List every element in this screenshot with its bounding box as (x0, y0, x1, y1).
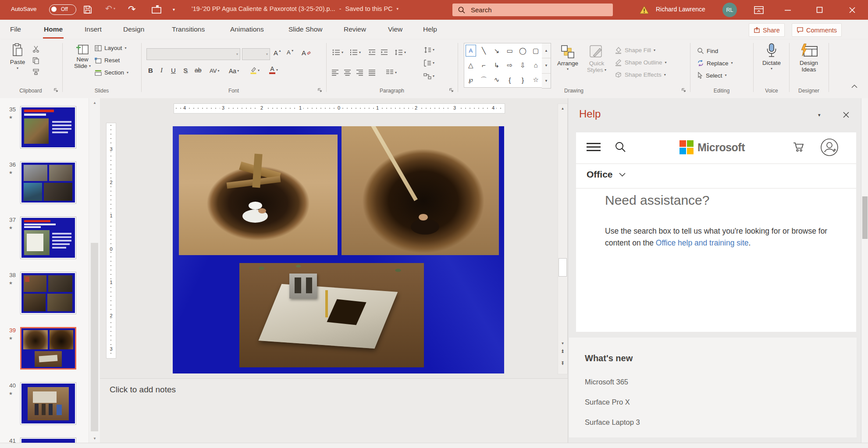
tab-insert[interactable]: Insert (82, 20, 104, 39)
tab-animations[interactable]: Animations (228, 20, 266, 39)
select-button[interactable]: Select ▾ (697, 72, 727, 79)
align-right-button[interactable] (356, 69, 363, 76)
account-button[interactable] (820, 138, 839, 157)
scroll-up-arrow-icon[interactable]: ▲ (89, 98, 100, 107)
grow-font-button[interactable]: A ▲ (274, 49, 281, 57)
gallery-more-icon[interactable]: ▼ (542, 74, 551, 88)
shape-block-arrow-right[interactable]: ⇨ (503, 58, 516, 72)
whats-new-item-surface-laptop-3[interactable]: Surface Laptop 3 (585, 418, 640, 427)
user-name[interactable]: Richard Lawrence (656, 6, 705, 13)
start-from-beginning-button[interactable] (151, 4, 162, 15)
microsoft-logo[interactable]: Microsoft (679, 140, 745, 154)
increase-indent-button[interactable] (381, 49, 388, 56)
shape-star[interactable]: ☆ (529, 73, 542, 87)
align-left-button[interactable] (331, 69, 339, 76)
notes-area[interactable]: Click to add notes (100, 378, 568, 443)
copy-button[interactable] (32, 57, 39, 64)
hamburger-menu-button[interactable] (587, 142, 601, 153)
save-button[interactable] (82, 4, 93, 15)
bold-button[interactable]: B (148, 67, 153, 74)
shape-freeform[interactable]: ⌂ (529, 58, 542, 72)
align-text-button[interactable]: ▾ (423, 60, 434, 67)
find-button[interactable]: Find (697, 47, 718, 54)
justify-button[interactable] (368, 69, 376, 76)
format-painter-button[interactable] (32, 68, 39, 75)
undo-button[interactable]: ↶ ▾ (105, 4, 115, 13)
shape-line[interactable]: ╲ (477, 43, 491, 58)
share-button[interactable]: Share (749, 23, 785, 37)
bullets-button[interactable]: ▾ (332, 49, 343, 56)
tab-transitions[interactable]: Transitions (170, 20, 207, 39)
slide-thumbnail-36[interactable] (20, 161, 76, 204)
text-direction-button[interactable]: ▾ (423, 46, 434, 53)
tab-slide-show[interactable]: Slide Show (286, 20, 325, 39)
shape-curve[interactable]: ∿ (490, 73, 503, 87)
font-name-combo[interactable]: ▾ (146, 48, 240, 60)
ribbon-display-options-button[interactable] (745, 0, 772, 20)
sync-warning-button[interactable] (639, 5, 649, 14)
replace-button[interactable]: Replace ▾ (697, 60, 733, 67)
shrink-font-button[interactable]: A ▼ (287, 49, 294, 56)
section-button[interactable]: Section ▾ (95, 69, 128, 76)
clear-formatting-button[interactable]: A (302, 49, 311, 57)
minimize-button[interactable] (774, 0, 801, 20)
close-button[interactable] (836, 0, 868, 20)
shape-rounded-rectangle[interactable]: ▢ (529, 43, 542, 58)
maximize-button[interactable] (806, 0, 833, 20)
arrange-button[interactable]: Arrange ▾ (554, 45, 581, 71)
shape-elbow-arrow[interactable]: ↳ (490, 58, 503, 72)
whats-new-item-microsoft-365[interactable]: Microsoft 365 (585, 378, 628, 386)
vertical-ruler[interactable]: 3 2 1 0 1 2 3 (106, 123, 116, 359)
reset-button[interactable]: Reset (95, 57, 120, 64)
change-case-button[interactable]: Aa ▾ (229, 68, 239, 75)
underline-button[interactable]: U (171, 67, 176, 74)
line-spacing-button[interactable]: ▾ (395, 49, 406, 56)
help-pane-close-icon[interactable] (843, 111, 850, 118)
autosave-toggle[interactable]: Off (49, 4, 76, 15)
comments-button[interactable]: Comments (792, 23, 842, 37)
shape-fill-button[interactable]: Shape Fill ▾ (615, 46, 655, 54)
scroll-down-arrow-icon[interactable]: ▼ (89, 434, 100, 443)
font-size-combo[interactable]: ▾ (242, 48, 270, 60)
layout-button[interactable]: Layout ▾ (95, 45, 127, 51)
align-center-button[interactable] (344, 69, 351, 76)
scrollbar-thumb[interactable] (559, 258, 567, 277)
office-help-link[interactable]: Office help and training site (656, 238, 749, 247)
italic-button[interactable]: I (160, 67, 163, 74)
avatar[interactable]: RL (722, 3, 737, 17)
help-search-button[interactable] (615, 141, 626, 153)
previous-slide-button[interactable]: ▲▲ (558, 349, 567, 353)
redo-button[interactable]: ↷ (128, 4, 136, 14)
tab-file[interactable]: File (8, 20, 23, 39)
shape-oval[interactable]: ◯ (516, 43, 530, 58)
gallery-scroll-down-icon[interactable]: ▼ (542, 58, 551, 73)
cart-button[interactable] (793, 141, 805, 153)
photo-round-pit[interactable] (179, 135, 338, 255)
new-slide-button[interactable]: New Slide▾ (69, 43, 96, 69)
drawing-dialog-launcher-icon[interactable] (681, 88, 686, 92)
shape-outline-button[interactable]: Shape Outline ▾ (615, 59, 667, 66)
font-color-button[interactable]: A ▾ (269, 66, 278, 74)
shape-left-brace[interactable]: { (503, 73, 516, 87)
shape-arrow-line[interactable]: ↘ (490, 43, 503, 58)
save-status[interactable]: Saved to this PC (345, 5, 393, 12)
shape-rectangle[interactable]: ▭ (503, 43, 516, 58)
font-dialog-launcher-icon[interactable] (317, 88, 322, 92)
highlight-color-button[interactable]: ▾ (250, 67, 260, 75)
quick-styles-button[interactable]: Quick Styles▾ (583, 45, 610, 73)
tab-review[interactable]: Review (342, 20, 368, 39)
gallery-scroll-up-icon[interactable]: ▲ (542, 43, 551, 58)
shapes-gallery[interactable]: A ╲ ↘ ▭ ◯ ▢ △ ⌐ ↳ ⇨ ⇩ ⌂ ℘ ⌒ ∿ { } ☆ (464, 43, 543, 88)
shapes-gallery-scroll[interactable]: ▲ ▼ ▼ (542, 43, 551, 89)
tab-home[interactable]: Home (42, 20, 65, 39)
horizontal-ruler[interactable]: 4 3 2 1 0 1 2 3 4 (174, 103, 505, 114)
shape-scribble[interactable]: ℘ (464, 73, 477, 87)
help-pane-scrollbar[interactable] (861, 98, 868, 443)
scroll-down-arrow-icon[interactable]: ▼ (558, 339, 567, 348)
paste-button[interactable]: Paste ▾ (6, 43, 29, 70)
slide-thumbnail-38[interactable] (20, 272, 76, 314)
shape-effects-button[interactable]: Shape Effects ▾ (615, 71, 666, 78)
shape-arc[interactable]: ⌒ (477, 73, 491, 87)
office-filter-dropdown[interactable]: Office (587, 169, 626, 180)
decrease-indent-button[interactable] (368, 49, 376, 56)
